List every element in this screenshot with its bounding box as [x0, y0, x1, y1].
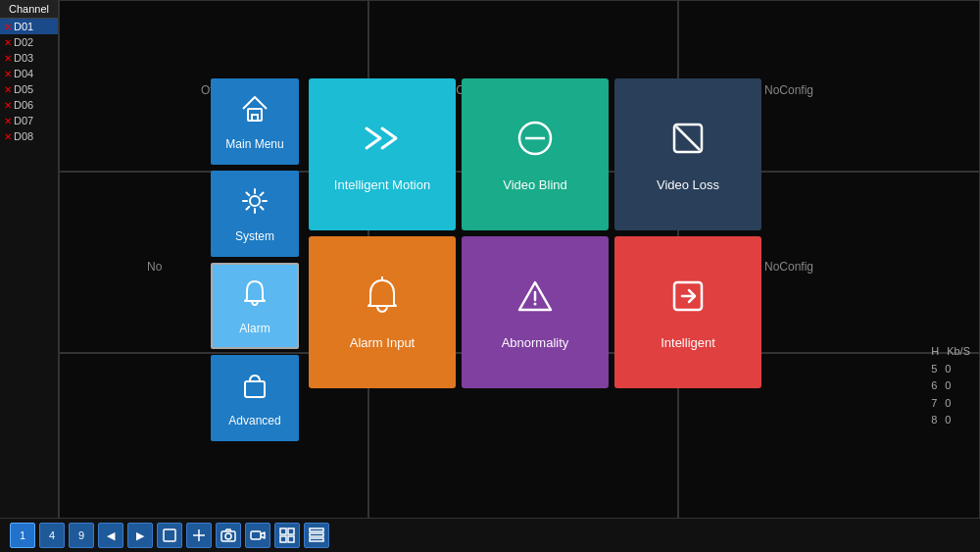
- channel-item-d01[interactable]: ✕D01: [0, 19, 58, 34]
- minus-circle-icon: [514, 117, 557, 166]
- x-mark: ✕: [4, 37, 12, 48]
- more-button[interactable]: [304, 523, 329, 548]
- left-menu: Main Menu System: [211, 78, 299, 471]
- toolbar: 1 4 9 ◀ ▶: [0, 518, 980, 552]
- kbs-header-h: H: [931, 343, 939, 361]
- abnormality-button[interactable]: Abnormality: [462, 236, 609, 388]
- view-1-label: 1: [20, 529, 25, 541]
- main-area: Offline NoConfig NoConfig No NoConfig Ma…: [59, 0, 980, 529]
- arrow-right-square-icon: [666, 275, 710, 324]
- intelligent-button[interactable]: Intelligent: [614, 236, 761, 388]
- channel-item-d08[interactable]: ✕D08: [0, 128, 58, 144]
- video-blind-button[interactable]: Video Blind: [462, 78, 609, 230]
- alarm-input-label: Alarm Input: [350, 335, 415, 350]
- view-9-label: 9: [78, 529, 84, 541]
- view-4-button[interactable]: 4: [39, 523, 65, 548]
- x-mark: ✕: [4, 100, 12, 111]
- fast-forward-icon: [361, 117, 404, 166]
- kbs-row-5-label: 5: [931, 361, 937, 378]
- svg-rect-25: [310, 533, 323, 536]
- gear-icon: [239, 185, 270, 222]
- system-button[interactable]: System: [211, 171, 299, 257]
- kbs-header-label: Kb/S: [947, 343, 970, 361]
- svg-rect-14: [164, 529, 175, 541]
- system-label: System: [235, 229, 274, 243]
- kbs-row-8-value: 0: [945, 412, 951, 429]
- alarm-input-button[interactable]: Alarm Input: [309, 236, 456, 388]
- right-grid: Intelligent Motion Video Blind: [309, 78, 761, 471]
- svg-rect-24: [310, 528, 323, 531]
- intelligent-motion-button[interactable]: Intelligent Motion: [309, 78, 456, 230]
- advanced-label: Advanced: [228, 414, 280, 427]
- kbs-row-6-value: 0: [945, 377, 951, 395]
- video-blind-label: Video Blind: [503, 177, 567, 192]
- svg-rect-1: [252, 115, 258, 121]
- ptz-button[interactable]: [186, 523, 212, 548]
- svg-rect-3: [245, 381, 265, 397]
- kbs-row-7-value: 0: [945, 395, 951, 413]
- channel-item-d02[interactable]: ✕D02: [0, 34, 58, 50]
- ptz-icon: [191, 527, 207, 543]
- alarm-button[interactable]: Alarm: [211, 263, 299, 349]
- view-9-button[interactable]: 9: [69, 523, 94, 548]
- record-button[interactable]: [245, 523, 270, 548]
- sidebar-title: Channel: [0, 0, 58, 19]
- intelligent-label: Intelligent: [661, 335, 715, 350]
- svg-rect-26: [310, 538, 323, 541]
- x-mark: ✕: [4, 53, 12, 64]
- channel-item-d04[interactable]: ✕D04: [0, 66, 58, 81]
- svg-rect-19: [251, 531, 261, 539]
- svg-rect-22: [280, 536, 286, 542]
- alarm-bell-icon: [361, 275, 404, 324]
- svg-rect-20: [280, 528, 286, 534]
- warning-triangle-icon: [514, 275, 557, 324]
- kbs-row-6-label: 6: [931, 377, 937, 395]
- svg-point-11: [534, 303, 537, 306]
- more-icon: [309, 527, 324, 543]
- x-mark: ✕: [4, 116, 12, 126]
- alarm-label: Alarm: [239, 322, 270, 335]
- sidebar: Channel ✕D01✕D02✕D03✕D04✕D05✕D06✕D07✕D08: [0, 0, 59, 529]
- prev-icon: ◀: [107, 529, 115, 542]
- video-loss-button[interactable]: Video Loss: [614, 78, 761, 230]
- video-loss-label: Video Loss: [657, 177, 719, 192]
- slash-square-icon: [666, 117, 710, 166]
- next-button[interactable]: ▶: [127, 523, 153, 548]
- x-mark: ✕: [4, 69, 12, 79]
- status-no: No: [147, 260, 162, 274]
- home-icon: [239, 93, 270, 129]
- abnormality-label: Abnormality: [502, 335, 569, 350]
- channel-item-d07[interactable]: ✕D07: [0, 113, 58, 128]
- intelligent-motion-label: Intelligent Motion: [334, 177, 430, 192]
- kbs-panel: H Kb/S 5 0 6 0 7 0 8 0: [931, 343, 970, 429]
- svg-point-18: [225, 533, 231, 539]
- channel-item-d06[interactable]: ✕D06: [0, 97, 58, 113]
- svg-line-7: [676, 126, 700, 150]
- kbs-row-7-label: 7: [931, 395, 937, 413]
- snapshot-button[interactable]: [216, 523, 241, 548]
- shopping-bag-icon: [239, 370, 270, 406]
- grid-button[interactable]: [274, 523, 300, 548]
- x-mark: ✕: [4, 22, 12, 32]
- fullscreen-icon: [162, 527, 177, 543]
- svg-rect-21: [288, 528, 294, 534]
- svg-point-2: [250, 196, 260, 206]
- main-menu-label: Main Menu: [225, 137, 283, 151]
- x-mark: ✕: [4, 84, 12, 95]
- record-icon: [250, 527, 266, 543]
- grid-icon: [279, 527, 295, 543]
- svg-rect-23: [288, 536, 294, 542]
- kbs-row-8-label: 8: [931, 412, 937, 429]
- bell-icon: [239, 277, 270, 314]
- channel-item-d03[interactable]: ✕D03: [0, 50, 58, 66]
- prev-button[interactable]: ◀: [98, 523, 123, 548]
- fullscreen-button[interactable]: [157, 523, 182, 548]
- channel-list: ✕D01✕D02✕D03✕D04✕D05✕D06✕D07✕D08: [0, 19, 58, 144]
- snapshot-icon: [220, 527, 236, 543]
- advanced-button[interactable]: Advanced: [211, 355, 299, 441]
- view-1-button[interactable]: 1: [10, 523, 35, 548]
- next-icon: ▶: [136, 529, 144, 542]
- x-mark: ✕: [4, 131, 12, 142]
- channel-item-d05[interactable]: ✕D05: [0, 81, 58, 97]
- main-menu-button[interactable]: Main Menu: [211, 78, 299, 165]
